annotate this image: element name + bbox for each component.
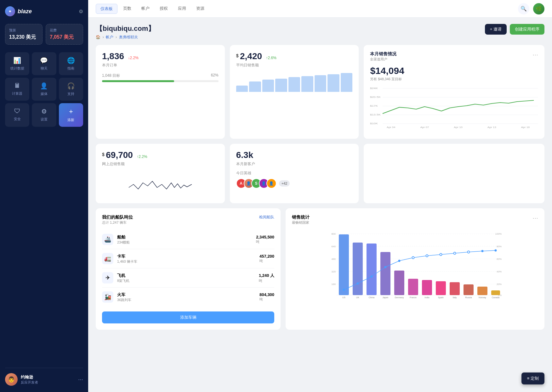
fleet-item-plane: ✈ 飞机 8架飞机 1,240 人 吨 xyxy=(102,268,274,288)
bar-9 xyxy=(341,73,353,92)
orders-card: 1,836 ↓2.2% 本月订单 1,048 目标 62% xyxy=(96,45,225,139)
total-change: ↑2.2% xyxy=(137,154,147,159)
sidebar-item-security[interactable]: 🛡 安全 xyxy=(5,103,29,127)
customize-button[interactable]: ≡ 定制 xyxy=(521,372,544,384)
fleet-items: 🚢 船舶 234艘船 2,345,500 吨 xyxy=(102,230,274,306)
sales-header: 本月销售情况 全渠道用户 ⋯ xyxy=(370,51,538,62)
page-title: 【biqubiqu.com】 xyxy=(96,24,155,33)
svg-text:Apr 07: Apr 07 xyxy=(420,126,429,129)
truck-unit: 吨 xyxy=(259,259,274,263)
ship-icon: 🚢 xyxy=(102,234,113,245)
chart-more-button[interactable]: ⋯ xyxy=(532,215,538,221)
svg-text:60%: 60% xyxy=(497,258,502,260)
budget-value: 13,230 美元 xyxy=(9,34,38,41)
avg-daily-card: $ 2,420 ↑2.6% 平均日销售额 xyxy=(230,45,359,139)
sidebar-item-calculator[interactable]: 🖩 计算器 xyxy=(5,78,29,101)
page-title-section: 【biqubiqu.com】 🏠 › 帐户 › 奥弗维耶夫 xyxy=(96,24,155,40)
sidebar-item-media[interactable]: 👤 媒体 xyxy=(32,78,56,101)
orders-label: 本月订单 xyxy=(102,63,219,68)
progress-fill xyxy=(102,80,174,82)
logo-icon: ✦ xyxy=(5,6,15,16)
user-info: 👨 约翰逊 反应开发者 xyxy=(5,373,38,386)
add-vehicle-button[interactable]: 添加车辆 xyxy=(102,311,274,323)
monthly-sales-card: 本月销售情况 全渠道用户 ⋯ $14,094 另有 $48,346 至目标 $2… xyxy=(364,45,544,139)
fleet-item-truck-left: 🚛 卡车 1,460 辆卡车 xyxy=(102,253,137,264)
breadcrumb-accounts[interactable]: 帐户 xyxy=(106,35,113,39)
nav-tabs: 仪表板 页数 帐户 授权 应用 资源 xyxy=(96,4,209,14)
bar-4 xyxy=(275,79,287,92)
svg-text:Apr 04: Apr 04 xyxy=(387,126,396,129)
total-header: $ 69,700 ↑2.2% xyxy=(102,150,219,160)
content-area: 【biqubiqu.com】 🏠 › 帐户 › 奥弗维耶夫 + 邀请 创建应用程… xyxy=(88,18,552,392)
bar-UK xyxy=(353,243,363,295)
sidebar-item-support[interactable]: 🎧 支持 xyxy=(59,78,83,101)
sidebar-settings-icon[interactable]: ⚙ xyxy=(79,8,83,14)
tab-accounts[interactable]: 帐户 xyxy=(137,4,154,14)
tab-apps[interactable]: 应用 xyxy=(174,4,191,14)
sidebar-item-stats[interactable]: 📊 统计数据 xyxy=(5,52,29,75)
svg-text:$20.5K: $20.5K xyxy=(370,95,381,98)
svg-text:$24K: $24K xyxy=(370,87,378,89)
sidebar-item-guide[interactable]: 🌐 指南 xyxy=(59,52,83,75)
svg-text:640: 640 xyxy=(332,245,336,248)
invite-button[interactable]: + 邀请 xyxy=(485,24,507,35)
progress-section: 1,048 目标 62% xyxy=(102,73,219,82)
sidebar-item-add[interactable]: + 添新 xyxy=(59,103,83,127)
train-icon: 🚂 xyxy=(102,291,113,303)
svg-text:France: France xyxy=(410,296,417,299)
stats-icon: 📊 xyxy=(13,57,21,64)
ship-unit: 吨 xyxy=(256,239,274,244)
sidebar-item-settings[interactable]: ⚙ 设置 xyxy=(32,103,56,127)
bar-6 xyxy=(301,76,313,92)
fleet-item-truck: 🚛 卡车 1,460 辆卡车 457,200 吨 xyxy=(102,249,274,268)
security-icon: 🛡 xyxy=(14,108,20,115)
placeholder-card xyxy=(364,144,544,203)
bar-2 xyxy=(249,81,261,92)
progress-label: 1,048 目标 xyxy=(102,73,120,78)
truck-icon: 🚛 xyxy=(102,253,113,264)
more-button[interactable]: ⋯ xyxy=(532,51,538,58)
line-dot-canada xyxy=(495,249,497,252)
fleet-subtitle: 总计 1,247 辆车 xyxy=(102,220,133,225)
svg-text:100%: 100% xyxy=(495,232,502,235)
expense-label: 花费 xyxy=(50,28,79,33)
support-label: 支持 xyxy=(67,92,74,96)
create-app-button[interactable]: 创建应用程序 xyxy=(510,24,544,35)
customers-label: 本月新客户 xyxy=(236,161,353,167)
sidebar-item-chat[interactable]: 💬 聊天 xyxy=(32,52,56,75)
chat-icon: 💬 xyxy=(40,57,48,64)
sales-title: 本月销售情况 xyxy=(370,51,396,57)
tab-resources[interactable]: 资源 xyxy=(192,4,209,14)
search-button[interactable]: 🔍 xyxy=(518,3,529,14)
svg-text:Apr 10: Apr 10 xyxy=(454,126,463,129)
expense-card: 花费 7,057 美元 xyxy=(46,24,83,45)
truck-desc: 1,460 辆卡车 xyxy=(117,259,137,264)
tab-pages[interactable]: 页数 xyxy=(119,4,136,14)
main: 仪表板 页数 帐户 授权 应用 资源 🔍 🌿 【biqubiqu.com】 🏠 … xyxy=(88,0,552,392)
chat-label: 聊天 xyxy=(41,66,48,71)
sales-value: $14,094 xyxy=(370,65,538,76)
svg-text:Spain: Spain xyxy=(438,296,444,299)
user-avatar-button[interactable]: 🌿 xyxy=(533,3,544,14)
plane-name: 飞机 xyxy=(117,273,129,278)
bar-8 xyxy=(327,74,339,92)
wavy-chart xyxy=(102,172,219,197)
new-customers-card: 6.3k 本月新客户 今日英雄 A 👤 S 👤 👤 +42 xyxy=(230,144,359,203)
truck-value: 457,200 xyxy=(259,254,274,259)
train-value: 804,300 xyxy=(259,292,274,297)
avg-prefix: $ xyxy=(236,53,239,58)
budget-card: 预算 13,230 美元 xyxy=(5,24,43,45)
breadcrumb-home[interactable]: 🏠 xyxy=(96,35,100,39)
svg-text:India: India xyxy=(424,296,429,299)
bar-1 xyxy=(236,86,248,92)
svg-text:480: 480 xyxy=(332,258,336,260)
train-details: 火车 36路列车 xyxy=(117,292,131,302)
fleet-link[interactable]: 检阅船队 xyxy=(259,215,274,220)
sidebar-bottom: 👨 约翰逊 反应开发者 ⋯ xyxy=(5,368,83,386)
user-menu-icon[interactable]: ⋯ xyxy=(78,377,83,383)
chart-header: 销售统计 最畅销国家 ⋯ xyxy=(292,215,538,225)
tab-auth[interactable]: 授权 xyxy=(155,4,172,14)
tab-dashboard[interactable]: 仪表板 xyxy=(96,4,117,14)
svg-text:$17K: $17K xyxy=(370,104,378,107)
stats-grid: 1,836 ↓2.2% 本月订单 1,048 目标 62% $ xyxy=(96,45,544,139)
